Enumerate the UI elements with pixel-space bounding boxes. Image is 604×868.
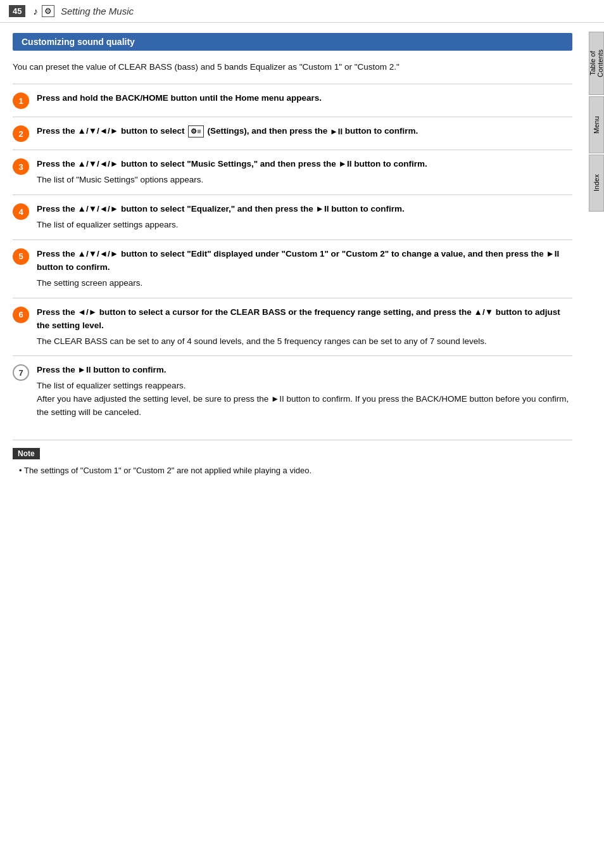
step-main-7: Press the ►II button to confirm. xyxy=(37,365,167,374)
step-content-5: Press the ▲/▼/◄/► button to select "Edit… xyxy=(37,248,572,290)
step-main-5: Press the ▲/▼/◄/► button to select "Edit… xyxy=(37,249,559,272)
step-item: 2 Press the ▲/▼/◄/► button to select ⚙≡ … xyxy=(13,117,572,150)
step-item: 1 Press and hold the BACK/HOME button un… xyxy=(13,84,572,117)
note-box: Note The settings of "Custom 1" or "Cust… xyxy=(13,440,572,477)
step-sub-7: The list of equalizer settings reappears… xyxy=(37,380,572,419)
note-text: The settings of "Custom 1" or "Custom 2"… xyxy=(13,464,572,477)
tab-menu[interactable]: Menu xyxy=(589,96,604,153)
step-badge-1: 1 xyxy=(13,93,29,109)
step-main-2: Press the ▲/▼/◄/► button to select ⚙≡ (S… xyxy=(37,126,418,136)
step-badge-6: 6 xyxy=(13,307,29,323)
step-item: 5 Press the ▲/▼/◄/► button to select "Ed… xyxy=(13,239,572,298)
step-content-3: Press the ▲/▼/◄/► button to select "Musi… xyxy=(37,158,572,187)
step-badge-3: 3 xyxy=(13,158,29,175)
step-main-6: Press the ◄/► button to select a cursor … xyxy=(37,307,560,330)
step-sub-4: The list of equalizer settings appears. xyxy=(37,219,572,232)
step-main-3: Press the ▲/▼/◄/► button to select "Musi… xyxy=(37,159,427,169)
steps-list: 1 Press and hold the BACK/HOME button un… xyxy=(13,84,572,427)
settings-icon-header: ⚙ xyxy=(42,5,54,17)
step-item: 7 Press the ►II button to confirm. The l… xyxy=(13,355,572,427)
step-content-4: Press the ▲/▼/◄/► button to select "Equa… xyxy=(37,203,572,232)
step-badge-2: 2 xyxy=(13,125,29,142)
step-badge-5: 5 xyxy=(13,248,29,265)
step-content-2: Press the ▲/▼/◄/► button to select ⚙≡ (S… xyxy=(37,125,572,138)
header-title: Setting the Music xyxy=(61,6,134,16)
main-content: Customizing sound quality You can preset… xyxy=(0,23,585,487)
music-icon: ♪ xyxy=(33,6,38,16)
tab-toc[interactable]: Table ofContents xyxy=(589,32,604,95)
settings-icon-inline: ⚙≡ xyxy=(188,125,203,137)
page-header: 45 ♪ ⚙ Setting the Music xyxy=(0,0,604,23)
step-content-1: Press and hold the BACK/HOME button unti… xyxy=(37,92,572,105)
step-badge-7: 7 xyxy=(13,364,29,381)
step-badge-4: 4 xyxy=(13,203,29,220)
step-item: 6 Press the ◄/► button to select a curso… xyxy=(13,298,572,356)
step-item: 3 Press the ▲/▼/◄/► button to select "Mu… xyxy=(13,150,572,195)
step-content-6: Press the ◄/► button to select a cursor … xyxy=(37,306,572,348)
intro-text: You can preset the value of CLEAR BASS (… xyxy=(13,61,572,73)
step-main-1: Press and hold the BACK/HOME button unti… xyxy=(37,93,322,103)
header-icons: ♪ ⚙ xyxy=(33,5,54,17)
note-label: Note xyxy=(13,448,40,459)
page-number: 45 xyxy=(9,5,25,17)
step-sub-3: The list of "Music Settings" options app… xyxy=(37,174,572,187)
tab-index[interactable]: Index xyxy=(589,155,604,212)
step-item: 4 Press the ▲/▼/◄/► button to select "Eq… xyxy=(13,195,572,239)
side-tabs: Table ofContents Menu Index xyxy=(589,32,604,213)
step-main-4: Press the ▲/▼/◄/► button to select "Equa… xyxy=(37,204,405,214)
step-content-7: Press the ►II button to confirm. The lis… xyxy=(37,364,572,419)
step-sub-5: The setting screen appears. xyxy=(37,277,572,290)
step-sub-6: The CLEAR BASS can be set to any of 4 so… xyxy=(37,335,572,348)
section-title: Customizing sound quality xyxy=(13,33,572,51)
play-pause-sym: ►II xyxy=(330,125,343,138)
